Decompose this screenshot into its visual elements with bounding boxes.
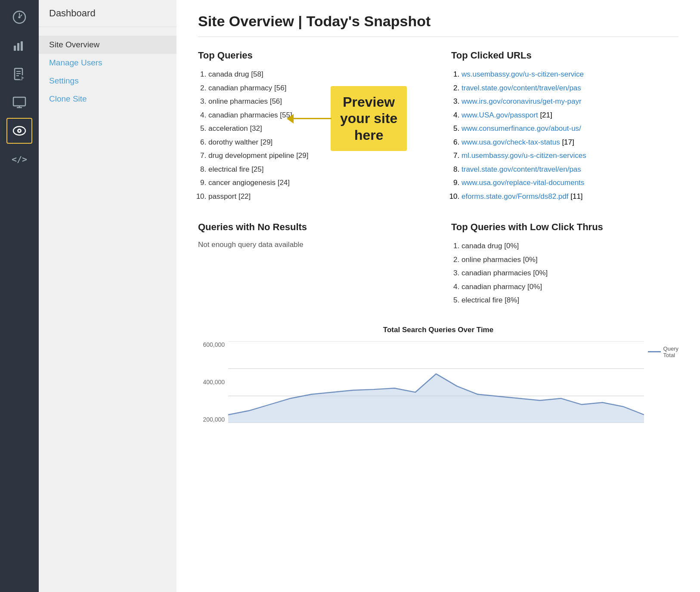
list-item: canada drug [0%] bbox=[462, 240, 678, 252]
top-urls-title: Top Clicked URLs bbox=[451, 50, 678, 61]
svg-rect-5 bbox=[17, 43, 19, 51]
list-item: passport [22] bbox=[208, 191, 425, 202]
pages-icon[interactable] bbox=[6, 61, 32, 87]
sidebar-item-settings[interactable]: Settings bbox=[39, 72, 177, 90]
url-count: [11] bbox=[570, 192, 582, 200]
sidebar-header: Dashboard bbox=[39, 0, 177, 27]
y-label: 200,000 bbox=[203, 416, 225, 423]
url-count: [17] bbox=[562, 138, 574, 146]
preview-callout: Preview your site here bbox=[293, 86, 407, 151]
y-label: 400,000 bbox=[203, 379, 225, 385]
chart-y-labels: 600,000 400,000 200,000 bbox=[198, 341, 228, 423]
preview-icon[interactable] bbox=[6, 118, 32, 144]
no-results-section: Queries with No Results Not enough query… bbox=[198, 222, 425, 308]
list-item: drug development pipeline [29] bbox=[208, 150, 425, 161]
page-title: Site Overview | Today's Snapshot bbox=[198, 13, 678, 37]
list-item: ml.usembassy.gov/u-s-citizen-services bbox=[462, 150, 678, 161]
chart-legend: Query Total bbox=[648, 345, 678, 358]
svg-point-17 bbox=[19, 130, 20, 132]
list-item: www.consumerfinance.gov/about-us/ bbox=[462, 123, 678, 134]
list-item: www.usa.gov/replace-vital-documents bbox=[462, 177, 678, 188]
chart-section: Total Search Queries Over Time 600,000 4… bbox=[198, 326, 678, 436]
list-item: electrical fire [8%] bbox=[462, 295, 678, 306]
sidebar-item-clone-site[interactable]: Clone Site bbox=[39, 90, 177, 108]
legend-label: Query Total bbox=[663, 345, 678, 358]
text-sidebar: Dashboard Site Overview Manage Users Set… bbox=[39, 0, 177, 592]
no-results-title: Queries with No Results bbox=[198, 222, 425, 233]
y-label: 600,000 bbox=[203, 341, 225, 348]
code-icon[interactable]: </> bbox=[6, 146, 32, 172]
list-item: canada drug [58] bbox=[208, 69, 425, 80]
list-item: canadian pharmacy [0%] bbox=[462, 281, 678, 293]
list-item: canadian pharmacies [0%] bbox=[462, 268, 678, 279]
top-urls-list: ws.usembassy.gov/u-s-citizen-service tra… bbox=[451, 69, 678, 202]
chart-container: 600,000 400,000 200,000 bbox=[198, 341, 678, 436]
svg-rect-6 bbox=[21, 41, 23, 51]
svg-point-1 bbox=[19, 16, 21, 18]
top-urls-section: Top Clicked URLs ws.usembassy.gov/u-s-ci… bbox=[451, 50, 678, 204]
list-item: eforms.state.gov/Forms/ds82.pdf [11] bbox=[462, 191, 678, 202]
bottom-sections: Queries with No Results Not enough query… bbox=[198, 222, 678, 308]
low-click-list: canada drug [0%] online pharmacies [0%] … bbox=[451, 240, 678, 306]
analytics-icon[interactable] bbox=[6, 33, 32, 59]
list-item: www.USA.gov/passport [21] bbox=[462, 110, 678, 121]
display-icon[interactable] bbox=[6, 89, 32, 115]
list-item: cancer angiogenesis [24] bbox=[208, 177, 425, 188]
list-item: www.irs.gov/coronavirus/get-my-payr bbox=[462, 96, 678, 107]
svg-rect-4 bbox=[14, 46, 16, 51]
low-click-title: Top Queries with Low Click Thrus bbox=[451, 222, 678, 233]
main-content: Site Overview | Today's Snapshot Preview… bbox=[177, 0, 700, 592]
top-sections: Top Queries canada drug [58] canadian ph… bbox=[198, 50, 678, 204]
preview-callout-box: Preview your site here bbox=[331, 86, 407, 151]
list-item: www.usa.gov/check-tax-status [17] bbox=[462, 137, 678, 148]
sidebar-nav: Site Overview Manage Users Settings Clon… bbox=[39, 27, 177, 117]
chart-svg bbox=[228, 341, 644, 423]
top-queries-title: Top Queries bbox=[198, 50, 425, 61]
list-item: ws.usembassy.gov/u-s-citizen-service bbox=[462, 69, 678, 80]
legend-line bbox=[648, 351, 661, 352]
sidebar-item-manage-users[interactable]: Manage Users bbox=[39, 54, 177, 72]
sidebar-item-site-overview[interactable]: Site Overview bbox=[39, 36, 177, 54]
list-item: electrical fire [25] bbox=[208, 164, 425, 175]
list-item: travel.state.gov/content/travel/en/pas bbox=[462, 83, 678, 94]
chart-title: Total Search Queries Over Time bbox=[198, 326, 678, 334]
list-item: travel.state.gov/content/travel/en/pas bbox=[462, 164, 678, 175]
low-click-section: Top Queries with Low Click Thrus canada … bbox=[451, 222, 678, 308]
svg-rect-12 bbox=[13, 97, 25, 106]
list-item: online pharmacies [0%] bbox=[462, 254, 678, 265]
svg-line-3 bbox=[21, 15, 22, 16]
url-count: [21] bbox=[540, 111, 552, 119]
no-results-text: Not enough query data available bbox=[198, 240, 425, 249]
dashboard-icon[interactable] bbox=[6, 4, 32, 30]
icon-sidebar: </> bbox=[0, 0, 39, 592]
